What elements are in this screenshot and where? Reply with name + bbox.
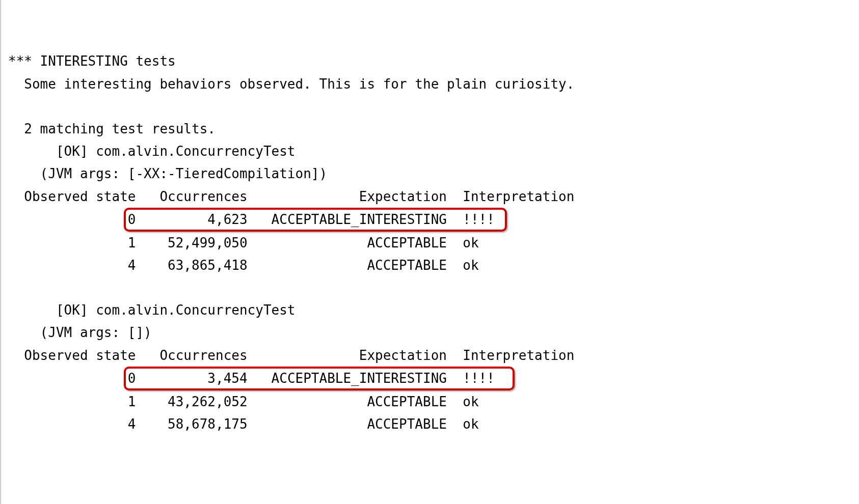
test2-row2: 4 58,678,175 ACCEPTABLE ok: [8, 416, 479, 432]
test1-args: (JVM args: [-XX:-TieredCompilation]): [8, 166, 327, 181]
test1-row2: 4 63,865,418 ACCEPTABLE ok: [8, 258, 479, 273]
matching-count: 2 matching test results.: [8, 121, 216, 136]
test1-title: [OK] com.alvin.ConcurrencyTest: [8, 144, 296, 159]
test-output: *** INTERESTING tests Some interesting b…: [1, 27, 859, 435]
test1-header-row: Observed state Occurrences Expectation I…: [8, 189, 574, 204]
test2-title: [OK] com.alvin.ConcurrencyTest: [8, 302, 296, 318]
test2-row1: 1 43,262,052 ACCEPTABLE ok: [8, 394, 479, 409]
test2-args: (JVM args: []): [8, 325, 152, 340]
description-line: Some interesting behaviors observed. Thi…: [8, 76, 574, 92]
header-line: *** INTERESTING tests: [8, 53, 176, 69]
test1-row0-highlight: 0 4,623 ACCEPTABLE_INTERESTING !!!!: [124, 208, 507, 232]
test2-header-row: Observed state Occurrences Expectation I…: [8, 348, 574, 363]
test1-row1: 1 52,499,050 ACCEPTABLE ok: [8, 235, 479, 250]
test1-row0-pad: [8, 212, 128, 227]
test2-row0-body: 0 3,454 ACCEPTABLE_INTERESTING !!!!: [128, 371, 511, 386]
test1-row0-body: 0 4,623 ACCEPTABLE_INTERESTING !!!!: [128, 212, 503, 227]
test2-row0-highlight: 0 3,454 ACCEPTABLE_INTERESTING !!!!: [124, 367, 515, 390]
test2-row0-pad: [8, 371, 128, 386]
